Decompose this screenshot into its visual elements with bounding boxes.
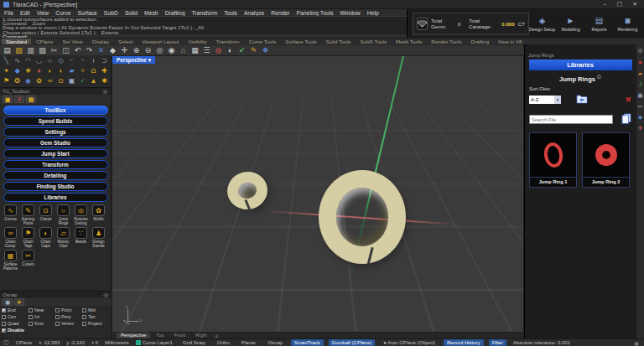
tool-icon[interactable]: ✱ [99, 76, 110, 86]
tool-icon[interactable]: ◘ [88, 66, 99, 76]
maximize-button[interactable]: ▢ [617, 1, 623, 8]
osnap-checkbox[interactable]: Perp [55, 313, 82, 320]
gear-icon[interactable] [637, 48, 643, 54]
osnap-checkbox[interactable]: Project [82, 320, 109, 327]
close-button[interactable]: ✕ [632, 1, 637, 8]
mode-button[interactable]: ▤ Reports [586, 16, 612, 32]
toolbox-button[interactable]: Speed Builds [3, 116, 108, 126]
toolbar-icon[interactable]: ⌂ [178, 45, 189, 55]
library-item[interactable]: ∞ Chain Comp. [2, 227, 19, 248]
tool-icon[interactable]: ∿ [12, 56, 23, 66]
library-item[interactable]: ▱ Money Clips [55, 227, 72, 248]
toolbox-button[interactable]: Settings [3, 127, 108, 137]
panel-strip-icon[interactable]: ✚ [638, 125, 642, 131]
tool-icon[interactable]: ✿ [34, 76, 44, 86]
toolbox-button[interactable]: Gem Studio [3, 138, 108, 147]
status-toggle[interactable]: Grid Snap [179, 339, 209, 346]
open-folder-icon[interactable] [576, 92, 588, 107]
toolbar-icon[interactable]: ↷ [84, 45, 95, 55]
osnap-checkbox[interactable]: End [2, 307, 29, 313]
menu-item[interactable]: Mesh [144, 10, 158, 16]
library-item[interactable]: ◗ Chain Caps [37, 227, 55, 248]
tool-icon[interactable]: ▲ [88, 76, 99, 86]
osnap-checkbox[interactable]: Tan [82, 313, 109, 320]
tool-icon[interactable]: ◆ [12, 66, 23, 76]
menu-item[interactable]: SubD [104, 10, 118, 16]
toolbar-icon[interactable]: ✔ [236, 45, 247, 55]
viewport-tab[interactable]: Top [152, 333, 168, 338]
tool-icon[interactable]: ✧ [77, 66, 88, 76]
viewport-canvas[interactable]: z x Perspective ▾ [112, 55, 524, 333]
toolbar-icon[interactable]: ◆ [107, 45, 118, 55]
libraries-button[interactable]: Libraries [529, 59, 632, 70]
toolbar-icon[interactable]: ⊕ [131, 45, 142, 55]
library-item[interactable]: ∵ Beads [72, 227, 90, 248]
toolbox-button[interactable]: Transform [3, 160, 108, 169]
toolbox-button[interactable]: Detailing [3, 171, 108, 180]
tool-icon[interactable]: ⊃ [99, 56, 110, 66]
gear-icon[interactable] [103, 292, 109, 298]
toolbox-tab-icon[interactable]: V [14, 96, 24, 103]
tool-icon[interactable]: ◖ [55, 66, 66, 76]
menu-item[interactable]: Solid [125, 10, 138, 16]
library-item[interactable]: ✎ Earring Posts [19, 204, 37, 225]
tool-icon[interactable]: ◉ [23, 76, 34, 86]
viewport-tab[interactable]: Front [170, 333, 190, 338]
new-viewport-icon[interactable]: ◉ [215, 333, 219, 338]
tool-icon[interactable]: ✪ [12, 76, 23, 86]
toolbar-icon[interactable]: ▥ [25, 45, 36, 55]
toolbar-icon[interactable]: ☰ [201, 45, 212, 55]
tool-icon[interactable]: ◗ [44, 66, 55, 76]
library-item[interactable]: Ω Clasps [37, 204, 55, 225]
panel-strip-icon[interactable]: ▰ [638, 70, 642, 76]
toolbox-tab-icon[interactable]: ▤ [26, 96, 36, 103]
osnap-checkbox[interactable]: Quad [2, 320, 29, 327]
toolbox-button[interactable]: Finding Studio [3, 182, 108, 191]
status-toggle[interactable]: Osnap [264, 339, 286, 346]
tool-icon[interactable]: ❖ [23, 66, 34, 76]
library-item[interactable]: ∿ Curves [2, 204, 19, 225]
info-icon[interactable]: ⓘ [597, 74, 601, 79]
toolbar-icon[interactable]: ▤ [2, 45, 13, 55]
mode-button[interactable]: ◙ Rendering [615, 16, 641, 32]
active-layer[interactable]: Curve Layer1 [136, 340, 173, 345]
command-area[interactable]: 1 closed polysurfaces added to selection… [0, 16, 407, 38]
sort-order-select[interactable]: A-Z ▾ [529, 96, 561, 104]
tool-icon[interactable]: ◇ [55, 56, 66, 66]
tool-icon[interactable]: ∞ [44, 76, 55, 86]
tool-icon[interactable]: ▰ [66, 66, 77, 76]
menu-item[interactable]: Surface [77, 10, 96, 16]
toolbar-icon[interactable]: ◉ [166, 45, 177, 55]
library-item[interactable]: ◎ Russian Setting [72, 204, 90, 225]
osnap-checkbox[interactable]: Vertex [55, 320, 82, 327]
library-item[interactable]: ♟ Design Stands [90, 227, 107, 248]
toolbar-icon[interactable]: ✂ [49, 45, 60, 55]
osnap-tab-icon[interactable]: ✛ [14, 298, 24, 306]
tool-icon[interactable]: ≀ [88, 56, 99, 66]
tool-icon[interactable]: ⚑ [1, 76, 12, 86]
tool-icon[interactable]: ◡ [34, 56, 44, 66]
library-card[interactable]: Jump Ring 1 [529, 132, 577, 188]
library-item[interactable]: ⚑ Chain Tags [19, 227, 37, 248]
copy-file-icon[interactable] [621, 112, 631, 127]
status-toggle[interactable]: Filter [489, 339, 506, 346]
tool-icon[interactable]: ♦ [34, 66, 44, 76]
toolbox-button[interactable]: Jump Start [3, 149, 108, 158]
library-item[interactable]: ○ Jump Rings [55, 204, 72, 225]
toolbar-icon[interactable]: ◍ [213, 45, 224, 55]
panel-strip-icon[interactable]: ▭ [637, 103, 642, 109]
osnap-checkbox[interactable]: Int [29, 313, 55, 320]
menu-item[interactable]: Help [367, 10, 379, 16]
library-item[interactable]: ✂ Cutters [19, 250, 37, 271]
status-toggle[interactable]: Gumball (CPlane) [329, 339, 376, 346]
osnap-checkbox[interactable]: Point [55, 307, 82, 313]
library-item[interactable]: ▦ Surface Patterns [2, 250, 19, 271]
cplane-label[interactable]: CPlane [16, 340, 33, 345]
status-toggle[interactable]: Ortho [214, 339, 233, 346]
minimize-button[interactable]: – [604, 1, 607, 8]
menu-item[interactable]: Edit [20, 10, 30, 16]
toolbar-icon[interactable]: ✎ [248, 45, 259, 55]
tool-icon[interactable]: ◝ [77, 56, 88, 66]
clear-icon[interactable]: ✕ [625, 96, 631, 104]
toolbox-button[interactable]: ToolBox [3, 106, 108, 115]
